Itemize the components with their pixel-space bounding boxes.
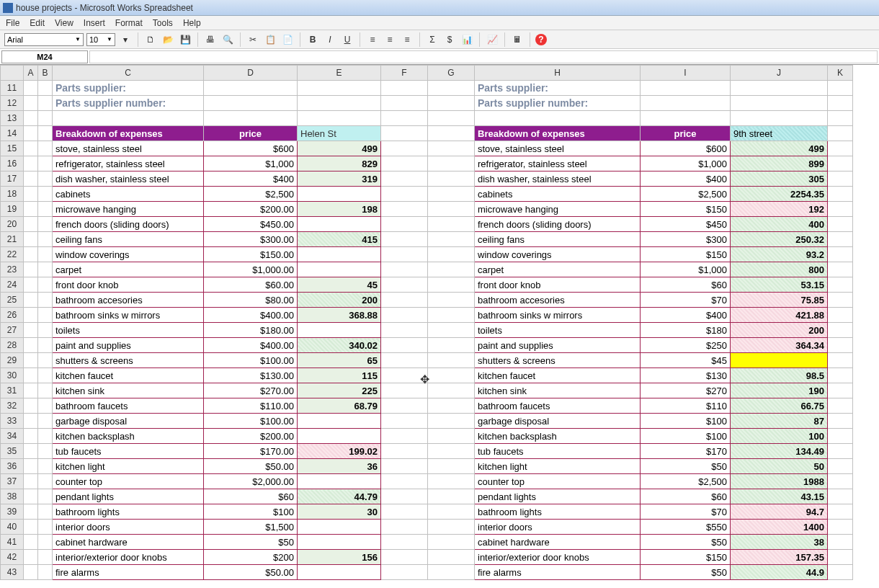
cell-B12[interactable]	[38, 96, 53, 111]
cell-I32[interactable]: $110	[641, 398, 731, 414]
cell-H39[interactable]: bathroom lights	[475, 504, 641, 520]
cell-F15[interactable]	[381, 141, 428, 156]
bold-button[interactable]: B	[305, 32, 320, 47]
cell-J14[interactable]: 9th street	[731, 126, 828, 141]
cell-F28[interactable]	[381, 338, 428, 353]
cell-A39[interactable]	[24, 504, 38, 520]
cell-G34[interactable]	[428, 429, 475, 444]
row-header-36[interactable]: 36	[1, 459, 24, 474]
cell-J31[interactable]: 190	[731, 383, 828, 398]
cell-G38[interactable]	[428, 489, 475, 504]
cell-H33[interactable]: garbage disposal	[475, 414, 641, 429]
cell-E29[interactable]: 65	[298, 353, 381, 368]
cell-E38[interactable]: 44.79	[298, 489, 381, 504]
cell-C30[interactable]: kitchen faucet	[53, 368, 204, 383]
cell-D36[interactable]: $50.00	[204, 459, 298, 474]
cell-J40[interactable]: 1400	[731, 520, 828, 535]
name-box[interactable]: M24	[1, 50, 88, 63]
row-header-27[interactable]: 27	[1, 323, 24, 338]
cell-H11[interactable]: Parts supplier:	[475, 81, 641, 96]
cell-J27[interactable]: 200	[731, 323, 828, 338]
cell-E34[interactable]	[298, 429, 381, 444]
cell-J23[interactable]: 800	[731, 262, 828, 277]
cell-I20[interactable]: $450	[641, 217, 731, 232]
cell-B11[interactable]	[38, 81, 53, 96]
cell-H32[interactable]: bathroom faucets	[475, 398, 641, 414]
cell-C29[interactable]: shutters & screens	[53, 353, 204, 368]
cell-B27[interactable]	[38, 323, 53, 338]
cell-A35[interactable]	[24, 444, 38, 459]
cell-J43[interactable]: 44.9	[731, 565, 828, 580]
cell-D28[interactable]: $400.00	[204, 338, 298, 353]
cell-H23[interactable]: carpet	[475, 262, 641, 277]
cell-J19[interactable]: 192	[731, 202, 828, 217]
cell-F11[interactable]	[381, 81, 428, 96]
cell-I33[interactable]: $100	[641, 414, 731, 429]
cell-J41[interactable]: 38	[731, 535, 828, 550]
cell-K22[interactable]	[828, 247, 853, 262]
cell-I21[interactable]: $300	[641, 232, 731, 247]
font-selector[interactable]: Arial▼	[4, 33, 84, 46]
cell-C20[interactable]: french doors (sliding doors)	[53, 217, 204, 232]
cell-H34[interactable]: kitchen backsplash	[475, 429, 641, 444]
cell-A12[interactable]	[24, 96, 38, 111]
cell-H28[interactable]: paint and supplies	[475, 338, 641, 353]
cell-D41[interactable]: $50	[204, 535, 298, 550]
cell-C24[interactable]: front door knob	[53, 277, 204, 293]
cell-E20[interactable]	[298, 217, 381, 232]
cell-F37[interactable]	[381, 474, 428, 489]
cell-D35[interactable]: $170.00	[204, 444, 298, 459]
cell-D34[interactable]: $200.00	[204, 429, 298, 444]
cell-A26[interactable]	[24, 308, 38, 323]
cut-icon[interactable]: ✂	[246, 32, 260, 47]
cell-D30[interactable]: $130.00	[204, 368, 298, 383]
cell-E14[interactable]: Helen St	[298, 126, 381, 141]
cell-E26[interactable]: 368.88	[298, 308, 381, 323]
cell-D37[interactable]: $2,000.00	[204, 474, 298, 489]
cell-D31[interactable]: $270.00	[204, 383, 298, 398]
cell-B21[interactable]	[38, 232, 53, 247]
cell-A42[interactable]	[24, 550, 38, 565]
cell-F34[interactable]	[381, 429, 428, 444]
cell-H16[interactable]: refrigerator, stainless steel	[475, 156, 641, 172]
row-header-17[interactable]: 17	[1, 172, 24, 187]
cell-K28[interactable]	[828, 338, 853, 353]
cell-B15[interactable]	[38, 141, 53, 156]
cell-A30[interactable]	[24, 368, 38, 383]
cell-H14[interactable]: Breakdown of expenses	[475, 126, 641, 141]
cell-J11[interactable]	[731, 81, 828, 96]
cell-E36[interactable]: 36	[298, 459, 381, 474]
cell-G25[interactable]	[428, 293, 475, 308]
cell-C43[interactable]: fire alarms	[53, 565, 204, 580]
cell-I22[interactable]: $150	[641, 247, 731, 262]
cell-C38[interactable]: pendant lights	[53, 489, 204, 504]
cell-J16[interactable]: 899	[731, 156, 828, 172]
row-header-16[interactable]: 16	[1, 156, 24, 172]
cell-A24[interactable]	[24, 277, 38, 293]
cell-B34[interactable]	[38, 429, 53, 444]
cell-B43[interactable]	[38, 565, 53, 580]
cell-H22[interactable]: window coverings	[475, 247, 641, 262]
row-header-33[interactable]: 33	[1, 414, 24, 429]
cell-H25[interactable]: bathroom accesories	[475, 293, 641, 308]
cell-D16[interactable]: $1,000	[204, 156, 298, 172]
cell-H19[interactable]: microwave hanging	[475, 202, 641, 217]
cell-I38[interactable]: $60	[641, 489, 731, 504]
cell-I24[interactable]: $60	[641, 277, 731, 293]
menu-insert[interactable]: Insert	[84, 18, 105, 28]
open-icon[interactable]: 📂	[161, 32, 175, 47]
cell-J25[interactable]: 75.85	[731, 293, 828, 308]
cell-A41[interactable]	[24, 535, 38, 550]
cell-E41[interactable]	[298, 535, 381, 550]
cell-J39[interactable]: 94.7	[731, 504, 828, 520]
cell-F39[interactable]	[381, 504, 428, 520]
new-icon[interactable]: 🗋	[143, 32, 158, 47]
col-header-I[interactable]: I	[641, 66, 731, 81]
cell-E32[interactable]: 68.79	[298, 398, 381, 414]
underline-button[interactable]: U	[340, 32, 354, 47]
cell-G29[interactable]	[428, 353, 475, 368]
cell-D21[interactable]: $300.00	[204, 232, 298, 247]
col-header-B[interactable]: B	[38, 66, 53, 81]
cell-H41[interactable]: cabinet hardware	[475, 535, 641, 550]
cell-K16[interactable]	[828, 156, 853, 172]
